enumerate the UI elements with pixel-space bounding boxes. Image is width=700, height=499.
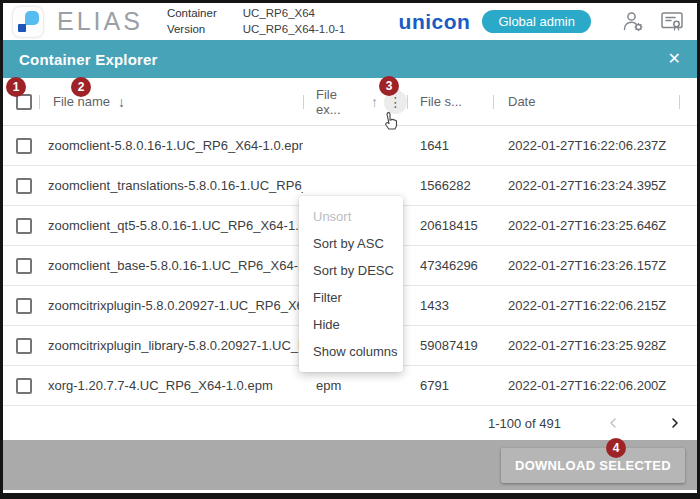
row-checkbox[interactable] [16, 258, 32, 274]
elias-logo-icon [13, 7, 43, 37]
cell-file-name: zoomclient-5.8.0.16-1.UC_RP6_X64-1.0.epm [39, 138, 303, 153]
app-window: ELIAS Container UC_RP6_X64 Version UC_RP… [0, 0, 700, 499]
menu-item-show-columns[interactable]: Show columns [299, 338, 403, 365]
annotation-badge-2: 2 [71, 77, 91, 97]
app-title: ELIAS [57, 7, 143, 36]
date-label: Date [508, 94, 535, 109]
user-admin-icon[interactable] [621, 9, 647, 35]
dialog-title-bar: Container Explorer ✕ [3, 40, 697, 78]
close-icon[interactable]: ✕ [668, 51, 681, 67]
table-row[interactable]: zoomclient-5.8.0.16-1.UC_RP6_X64-1.0.epm… [3, 126, 697, 166]
cell-file-ext: epm [303, 378, 407, 393]
cell-date: 2022-01-27T16:23:25.928Z [493, 338, 697, 353]
row-checkbox[interactable] [16, 338, 32, 354]
license-certificate-icon[interactable] [659, 9, 685, 35]
cell-date: 2022-01-27T16:23:25.646Z [493, 218, 697, 233]
cell-file-size: 1433 [407, 298, 493, 313]
file-size-label: File s... [420, 94, 462, 109]
row-checkbox[interactable] [16, 378, 32, 394]
cell-file-size: 1566282 [407, 178, 493, 193]
cell-file-size: 47346296 [407, 258, 493, 273]
global-admin-badge[interactable]: Global admin [482, 10, 591, 33]
row-checkbox[interactable] [16, 218, 32, 234]
menu-item-unsort: Unsort [299, 203, 403, 230]
unicon-logo: unicon [399, 10, 471, 34]
header-end-cell [679, 78, 697, 125]
row-checkbox[interactable] [16, 298, 32, 314]
file-table: File name ↓ File ex... ↑ ⋮ File s... Dat… [3, 78, 697, 440]
cell-file-name: zoomcitrixplugin_library-5.8.0.20927-1.U… [39, 338, 303, 353]
menu-item-sort-desc[interactable]: Sort by DESC [299, 257, 403, 284]
column-header-date[interactable]: Date [493, 94, 679, 109]
cell-date: 2022-01-27T16:22:06.215Z [493, 298, 697, 313]
header-select-cell [3, 94, 39, 110]
annotation-badge-3: 3 [379, 76, 399, 96]
cell-date: 2022-01-27T16:22:06.237Z [493, 138, 697, 153]
menu-item-sort-asc[interactable]: Sort by ASC [299, 230, 403, 257]
container-label: Container [167, 7, 217, 20]
column-options-menu: Unsort Sort by ASC Sort by DESC Filter H… [299, 196, 403, 372]
container-value: UC_RP6_X64 [243, 7, 345, 20]
download-selected-button[interactable]: DOWNLOAD SELECTED [501, 448, 685, 483]
pagination-range: 1-100 of 491 [488, 416, 561, 431]
cell-file-size: 59087419 [407, 338, 493, 353]
cell-date: 2022-01-27T16:23:26.157Z [493, 258, 697, 273]
pagination-bar: 1-100 of 491 [3, 406, 697, 440]
footer-bar: DOWNLOAD SELECTED [3, 440, 697, 490]
cell-date: 2022-01-27T16:23:24.395Z [493, 178, 697, 193]
version-label: Version [167, 23, 217, 36]
cell-file-size: 20618415 [407, 218, 493, 233]
cell-file-size: 6791 [407, 378, 493, 393]
cell-file-name: zoomclient_base-5.8.0.16-1.UC_RP6_X64-1.… [39, 258, 303, 273]
next-page-icon[interactable] [667, 415, 683, 431]
cell-file-size: 1641 [407, 138, 493, 153]
previous-page-icon[interactable] [605, 415, 621, 431]
row-checkbox[interactable] [16, 178, 32, 194]
menu-item-hide[interactable]: Hide [299, 311, 403, 338]
column-header-file-size[interactable]: File s... [407, 94, 493, 109]
version-value: UC_RP6_X64-1.0-1 [243, 23, 345, 36]
logo-shape-light [25, 11, 39, 25]
cell-file-name: xorg-1.20.7.7-4.UC_RP6_X64-1.0.epm [39, 378, 303, 393]
dialog-title: Container Explorer [19, 51, 158, 68]
table-row[interactable]: xorg-1.20.7.7-4.UC_RP6_X64-1.0.epm epm 6… [3, 366, 697, 406]
menu-item-filter[interactable]: Filter [299, 284, 403, 311]
cell-date: 2022-01-27T16:22:06.200Z [493, 378, 697, 393]
annotation-badge-1: 1 [6, 77, 26, 97]
cell-file-name: zoomclient_qt5-5.8.0.16-1.UC_RP6_X64-1.0… [39, 218, 303, 233]
sort-asc-icon[interactable]: ↑ [371, 94, 378, 110]
annotation-badge-4: 4 [606, 438, 626, 458]
table-header-row: File name ↓ File ex... ↑ ⋮ File s... Dat… [3, 78, 697, 126]
container-version-block: Container UC_RP6_X64 Version UC_RP6_X64-… [167, 7, 345, 35]
app-header: ELIAS Container UC_RP6_X64 Version UC_RP… [3, 3, 697, 40]
sort-desc-icon[interactable]: ↓ [118, 94, 125, 110]
logo-shape-dark [18, 24, 26, 32]
cell-file-name: zoomclient_translations-5.8.0.16-1.UC_RP… [39, 178, 303, 193]
row-checkbox[interactable] [16, 138, 32, 154]
hand-cursor-icon [379, 110, 401, 134]
cell-file-name: zoomcitrixplugin-5.8.0.20927-1.UC_RP6_X6… [39, 298, 303, 313]
file-ext-label: File ex... [316, 87, 363, 117]
